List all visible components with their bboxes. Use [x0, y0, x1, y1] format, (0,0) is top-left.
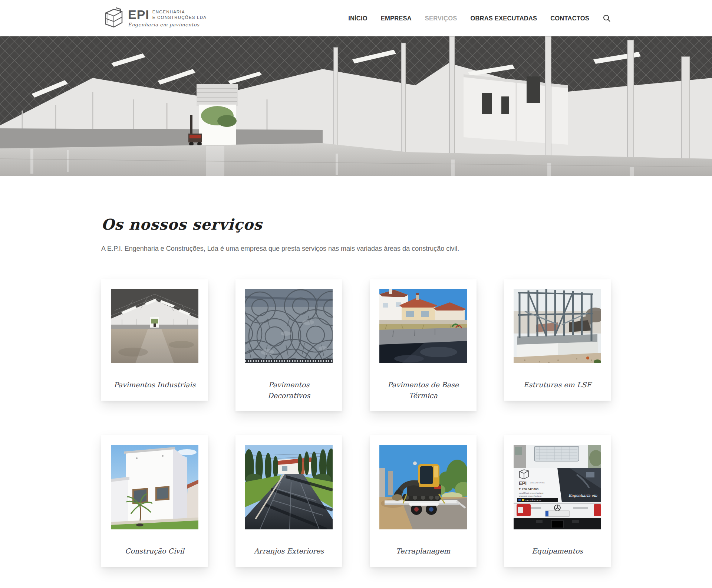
truck-email: geral@epi-engenharia.pt — [519, 492, 543, 494]
photo-thermal-base-site — [379, 289, 467, 363]
service-card-estruturas-lsf[interactable]: Estruturas em LSF — [504, 279, 611, 401]
card-caption: Pavimentos Industriais — [111, 380, 198, 390]
service-card-pavimentos-industriais[interactable]: Pavimentos Industriais — [101, 279, 208, 401]
photo-warehouse-interior — [111, 289, 198, 363]
logo-text: EPI ENGENHARIA E CONSTRUÇÕES LDA Engenha… — [128, 9, 207, 27]
photo-excavator-on-trailer — [379, 445, 467, 529]
site-logo[interactable]: EPI ENGENHARIA E CONSTRUÇÕES LDA Engenha… — [101, 6, 207, 30]
truck-phone: T. 236 947 803 — [519, 487, 538, 491]
service-card-pavimentos-base-termica[interactable]: Pavimentos de Base Térmica — [370, 279, 477, 411]
service-card-terraplanagem[interactable]: Terraplanagem — [370, 435, 477, 567]
logo-line1: ENGENHARIA — [152, 9, 207, 14]
services-grid: Pavimentos Industriais — [101, 279, 611, 567]
logo-brand: EPI — [128, 9, 149, 20]
services-section: Os nossos serviços A E.P.I. Engenharia e… — [101, 216, 611, 567]
photo-stamped-driveway — [245, 445, 333, 529]
truck-brand: EPI — [519, 480, 527, 486]
photo-light-steel-framing — [514, 289, 601, 363]
logo-line2: E CONSTRUÇÕES LDA — [152, 15, 207, 20]
card-caption: Pavimentos Decorativos — [245, 380, 333, 401]
nav-item-obras-executadas[interactable]: OBRAS EXECUTADAS — [470, 15, 537, 22]
truck-brand-sub: ENGENHARIA — [530, 482, 545, 484]
nav-item-empresa[interactable]: EMPRESA — [381, 15, 412, 22]
search-icon[interactable] — [603, 14, 611, 22]
photo-modern-white-house — [111, 445, 198, 529]
truck-badge: EXCELÊNCIA'19 — [525, 499, 541, 502]
hero-photo-warehouse — [0, 36, 712, 176]
logo-tagline: Engenharia em pavimentos — [128, 22, 207, 27]
section-title: Os nossos serviços — [101, 216, 611, 233]
truck-website: www.epi-engenharia.pt — [518, 495, 541, 497]
nav-item-servicos[interactable]: SERVIÇOS — [425, 15, 457, 22]
service-card-pavimentos-decorativos[interactable]: Pavimentos Decorativos — [235, 279, 342, 411]
card-caption: Equipamentos — [514, 546, 601, 556]
photo-epi-truck-rear: Engenharia em EPI ENGENHARIA T. 236 947 … — [514, 445, 601, 529]
nav-item-inicio[interactable]: INÍCIO — [348, 15, 367, 22]
card-caption: Construção Civil — [111, 546, 198, 556]
card-caption: Pavimentos de Base Térmica — [379, 380, 467, 401]
card-caption: Estruturas em LSF — [514, 380, 601, 390]
service-card-construcao-civil[interactable]: Construção Civil — [101, 435, 208, 567]
service-card-arranjos-exteriores[interactable]: Arranjos Exteriores — [235, 435, 342, 567]
truck-script-text: Engenharia em — [568, 493, 597, 498]
card-caption: Arranjos Exteriores — [245, 546, 333, 556]
main-nav: INÍCIO EMPRESA SERVIÇOS OBRAS EXECUTADAS… — [348, 14, 611, 22]
nav-item-contactos[interactable]: CONTACTOS — [550, 15, 589, 22]
section-subtitle: A E.P.I. Engenharia e Construções, Lda é… — [101, 245, 611, 253]
card-caption: Terraplanagem — [379, 546, 467, 556]
site-header: EPI ENGENHARIA E CONSTRUÇÕES LDA Engenha… — [0, 0, 712, 36]
photo-stamped-concrete-fan — [245, 289, 333, 363]
logo-cube-icon — [101, 6, 124, 30]
service-card-equipamentos[interactable]: Engenharia em EPI ENGENHARIA T. 236 947 … — [504, 435, 611, 567]
